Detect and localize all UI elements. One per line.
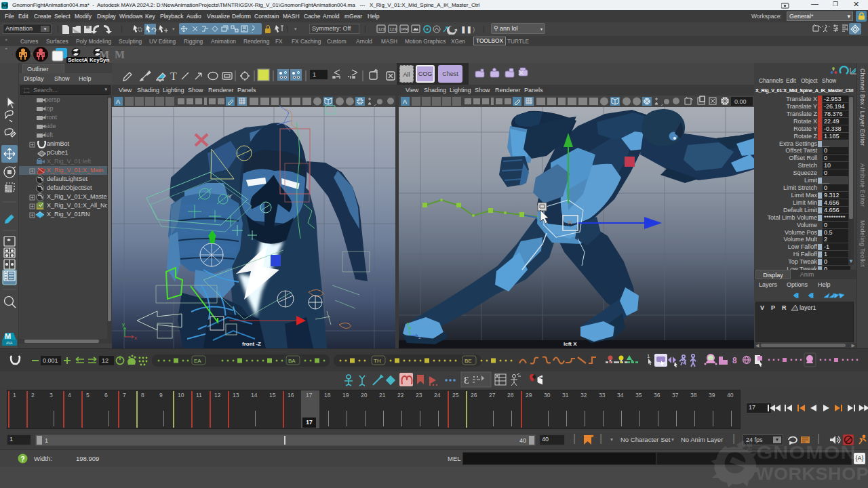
svg-text:?: ? bbox=[21, 455, 25, 463]
svg-text:y: y bbox=[407, 321, 410, 327]
svg-text:EA: EA bbox=[194, 358, 201, 364]
svg-text:M: M bbox=[5, 332, 11, 340]
svg-text:Panels: Panels bbox=[524, 87, 543, 94]
svg-text:M: M bbox=[115, 49, 125, 60]
svg-text:❚❚: ❚❚ bbox=[460, 26, 472, 34]
svg-text:M: M bbox=[99, 49, 109, 60]
svg-text:Lighting: Lighting bbox=[450, 87, 471, 94]
svg-text:1: 1 bbox=[647, 353, 650, 359]
svg-text:Lighting: Lighting bbox=[163, 87, 184, 94]
svg-text:⟩: ⟩ bbox=[473, 26, 475, 33]
svg-text:left X: left X bbox=[564, 341, 577, 347]
svg-text:8: 8 bbox=[732, 356, 737, 365]
svg-text:Shading: Shading bbox=[137, 87, 159, 94]
svg-text:0.00: 0.00 bbox=[734, 98, 747, 105]
svg-text:x: x bbox=[134, 335, 137, 341]
svg-text:TH: TH bbox=[374, 358, 381, 364]
svg-text:IPR: IPR bbox=[401, 27, 409, 31]
svg-text:Ɛ: Ɛ bbox=[464, 375, 469, 386]
svg-text:SelectA: SelectA bbox=[68, 57, 88, 63]
svg-text:1: 1 bbox=[313, 71, 316, 78]
svg-text:z: z bbox=[418, 334, 421, 340]
svg-text:A: A bbox=[116, 98, 120, 105]
svg-text:12: 12 bbox=[102, 357, 108, 364]
svg-text:front -Z: front -Z bbox=[242, 341, 261, 347]
svg-text:y: y bbox=[122, 321, 125, 327]
svg-text:Renderer: Renderer bbox=[208, 87, 234, 94]
svg-text:A: A bbox=[403, 98, 407, 105]
svg-text:View: View bbox=[406, 87, 419, 94]
svg-text:0.001: 0.001 bbox=[43, 357, 58, 364]
svg-text:Renderer: Renderer bbox=[495, 87, 521, 94]
svg-text:Show: Show bbox=[475, 87, 490, 94]
svg-text:123: 123 bbox=[378, 27, 386, 31]
svg-text:View: View bbox=[119, 87, 132, 94]
svg-text:Panels: Panels bbox=[237, 87, 256, 94]
svg-text:123: 123 bbox=[390, 27, 397, 31]
svg-text:BE: BE bbox=[465, 358, 472, 364]
svg-text:BA: BA bbox=[288, 358, 296, 364]
svg-text:AVA: AVA bbox=[6, 341, 13, 345]
svg-text:T: T bbox=[170, 70, 177, 82]
svg-text:Shading: Shading bbox=[424, 87, 446, 94]
svg-text:Show: Show bbox=[188, 87, 203, 94]
